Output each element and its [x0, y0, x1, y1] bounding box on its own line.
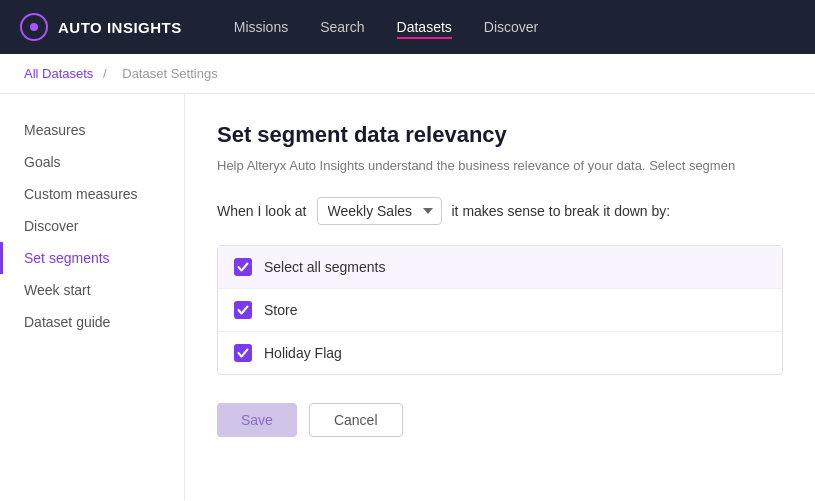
breadcrumb: All Datasets / Dataset Settings — [0, 54, 815, 94]
sidebar-item-dataset-guide[interactable]: Dataset guide — [0, 306, 184, 338]
sidebar-item-measures[interactable]: Measures — [0, 114, 184, 146]
logo-icon — [20, 13, 48, 41]
nav-missions[interactable]: Missions — [234, 15, 288, 39]
main-content: Set segment data relevancy Help Alteryx … — [185, 94, 815, 500]
segment-row-holiday-flag[interactable]: Holiday Flag — [218, 332, 782, 374]
select-all-label: Select all segments — [264, 259, 385, 275]
sidebar-item-discover[interactable]: Discover — [0, 210, 184, 242]
cancel-button[interactable]: Cancel — [309, 403, 403, 437]
button-row: Save Cancel — [217, 403, 783, 437]
brand-name: AUTO INSIGHTS — [58, 19, 182, 36]
breadcrumb-current: Dataset Settings — [122, 66, 217, 81]
breadcrumb-parent[interactable]: All Datasets — [24, 66, 93, 81]
select-all-checkbox[interactable] — [234, 258, 252, 276]
segment-row-store[interactable]: Store — [218, 289, 782, 332]
brand-logo: AUTO INSIGHTS — [20, 13, 182, 41]
control-suffix: it makes sense to break it down by: — [452, 203, 671, 219]
control-prefix: When I look at — [217, 203, 307, 219]
segments-box: Select all segments Store Holiday — [217, 245, 783, 375]
sidebar-item-custom-measures[interactable]: Custom measures — [0, 178, 184, 210]
store-checkbox[interactable] — [234, 301, 252, 319]
store-label: Store — [264, 302, 297, 318]
page-description: Help Alteryx Auto Insights understand th… — [217, 158, 783, 173]
sidebar: Measures Goals Custom measures Discover … — [0, 94, 185, 500]
breadcrumb-separator: / — [103, 66, 107, 81]
select-all-row[interactable]: Select all segments — [218, 246, 782, 289]
save-button[interactable]: Save — [217, 403, 297, 437]
nav-discover[interactable]: Discover — [484, 15, 538, 39]
main-layout: Measures Goals Custom measures Discover … — [0, 94, 815, 500]
nav-search[interactable]: Search — [320, 15, 364, 39]
page-title: Set segment data relevancy — [217, 122, 783, 148]
measure-select[interactable]: Weekly Sales — [317, 197, 442, 225]
sidebar-item-set-segments[interactable]: Set segments — [0, 242, 184, 274]
measure-control-row: When I look at Weekly Sales it makes sen… — [217, 197, 783, 225]
holiday-flag-checkbox[interactable] — [234, 344, 252, 362]
holiday-flag-label: Holiday Flag — [264, 345, 342, 361]
sidebar-item-goals[interactable]: Goals — [0, 146, 184, 178]
top-navigation: AUTO INSIGHTS Missions Search Datasets D… — [0, 0, 815, 54]
sidebar-item-week-start[interactable]: Week start — [0, 274, 184, 306]
nav-datasets[interactable]: Datasets — [397, 15, 452, 39]
